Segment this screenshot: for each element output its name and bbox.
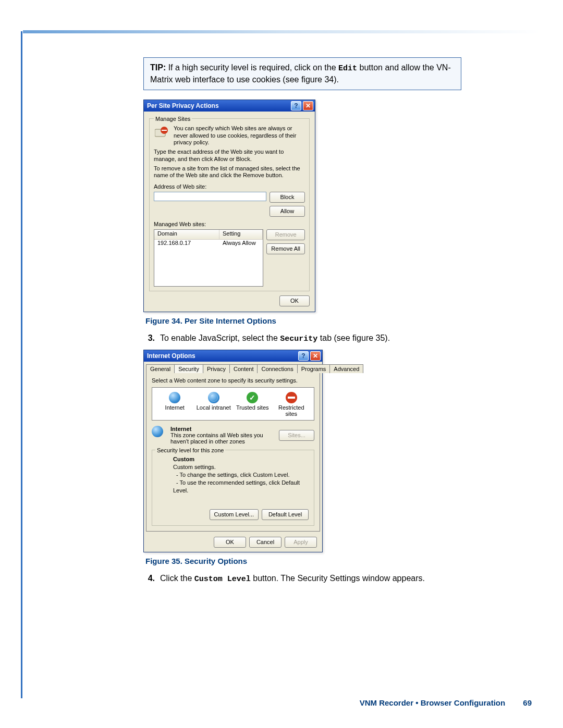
custom-level-button[interactable]: Custom Level... [210,509,259,520]
custom-line2: - To change the settings, click Custom L… [176,472,289,478]
managed-label: Managed Web sites: [154,221,305,228]
step-3-t2: tab (see figure 35). [317,334,390,342]
tab-connections[interactable]: Connections [257,364,297,373]
default-level-button[interactable]: Default Level [262,509,309,520]
intranet-icon [208,392,219,403]
zones-box: Internet Local intranet ✓ Trusted sites [152,387,314,421]
per-site-privacy-dialog: Per Site Privacy Actions ? ✕ Manage Site… [143,100,315,312]
dlg1-ok-button[interactable]: OK [279,295,310,306]
address-label: Address of Web site: [154,183,305,191]
table-row[interactable]: 192.168.0.17 Always Allow [154,240,263,248]
tabs: General Security Privacy Content Connect… [144,362,322,373]
remove-button[interactable]: Remove [266,229,305,240]
page-footer: VNM Recorder • Browser Configuration 69 [360,698,532,707]
step-4: 4. Click the Custom Level button. The Se… [143,573,461,585]
globe-icon [152,426,163,437]
security-tab-panel: Select a Web content zone to specify its… [146,373,320,532]
figure-34-caption: Figure 34. Per Site Internet Options [145,316,461,325]
row-setting: Always Allow [219,240,263,248]
select-zone-text: Select a Web content zone to specify its… [152,377,314,385]
help-icon[interactable]: ? [298,351,309,361]
dlg1-desc2: Type the exact address of the Web site y… [154,149,305,163]
tab-programs[interactable]: Programs [297,364,331,373]
step-3: 3. To enable JavaScript, select the Secu… [143,332,461,344]
stop-icon [286,392,297,403]
dlg2-title: Internet Options [147,352,195,360]
step-3-t1: To enable JavaScript, select the [160,334,280,342]
zone-internet-title: Internet [170,426,191,432]
tab-general[interactable]: General [146,364,175,373]
zone-internet[interactable]: Internet [156,391,193,417]
zone-trusted-sites[interactable]: ✓ Trusted sites [234,391,271,417]
col-domain[interactable]: Domain [154,230,219,239]
step-3-code: Security [280,335,317,343]
row-domain: 192.168.0.17 [154,240,219,248]
tab-advanced[interactable]: Advanced [329,364,363,373]
side-rule [21,31,22,698]
dlg1-title: Per Site Privacy Actions [147,102,219,109]
remove-all-button[interactable]: Remove All [266,243,305,254]
svg-rect-2 [162,130,167,131]
security-level-legend: Security level for this zone [155,447,225,453]
tip-label: TIP: [150,63,166,72]
zone-description-row: Internet This zone contains all Web site… [152,426,314,445]
content-area: TIP: If a high security level is require… [143,57,461,590]
zone-internet-desc: This zone contains all Web sites you hav… [170,432,263,445]
dlg2-cancel-button[interactable]: Cancel [249,537,282,548]
dlg2-ok-button[interactable]: OK [214,537,246,548]
help-icon[interactable]: ? [291,101,301,110]
tip-text-1: If a high security level is required, cl… [168,63,338,72]
dlg1-body: Manage Sites You can specify which Web s… [144,112,315,312]
zone-local-intranet[interactable]: Local intranet [195,391,232,417]
dlg1-titlebar[interactable]: Per Site Privacy Actions ? ✕ [144,100,315,112]
step-4-num: 4. [143,573,155,585]
page-number: 69 [523,698,532,707]
zone-restricted-label: Restricted sites [273,404,310,417]
tip-code-edit: Edit [338,64,357,73]
step-4-t2: button. The Security Settings window app… [251,574,425,583]
check-icon: ✓ [247,392,258,403]
step-4-code: Custom Level [194,575,251,584]
tab-content[interactable]: Content [229,364,258,373]
document-page: TIP: If a high security level is require… [0,0,563,728]
top-rule [23,30,542,33]
custom-title: Custom [173,456,194,462]
footer-text: VNM Recorder • Browser Configuration [360,698,505,707]
dlg2-button-row: OK Cancel Apply [144,534,322,552]
tip-callout: TIP: If a high security level is require… [143,57,461,90]
close-icon[interactable]: ✕ [303,101,313,110]
dlg2-apply-button[interactable]: Apply [285,537,317,548]
dlg1-desc1: You can specify which Web sites are alwa… [174,125,305,146]
block-button[interactable]: Block [270,192,305,203]
zone-trusted-label: Trusted sites [234,404,271,411]
security-level-group: Security level for this zone Custom Cust… [152,450,314,525]
managed-sites-list[interactable]: Domain Setting 192.168.0.17 Always Allow [154,229,263,287]
internet-options-dialog: Internet Options ? ✕ General Security Pr… [143,350,323,552]
address-input[interactable] [154,192,266,201]
dlg1-desc3: To remove a site from the list of manage… [154,165,305,180]
step-4-t1: Click the [160,574,194,583]
tab-security[interactable]: Security [174,364,203,373]
step-3-num: 3. [143,332,155,344]
dlg2-titlebar[interactable]: Internet Options ? ✕ [144,350,322,362]
sites-button[interactable]: Sites... [279,430,314,441]
allow-button[interactable]: Allow [270,206,305,217]
zone-internet-label: Internet [156,404,193,411]
close-icon[interactable]: ✕ [310,351,321,361]
figure-35-caption: Figure 35. Security Options [145,557,461,565]
zone-intranet-label: Local intranet [195,404,232,411]
col-setting[interactable]: Setting [219,230,263,239]
manage-sites-legend: Manage Sites [154,116,192,122]
privacy-icon [154,125,169,139]
manage-sites-group: Manage Sites You can specify which Web s… [149,116,310,291]
list-header: Domain Setting [154,230,263,240]
custom-line1: Custom settings. [173,464,216,470]
zone-restricted-sites[interactable]: Restricted sites [273,391,310,417]
globe-icon [169,392,180,403]
tab-privacy[interactable]: Privacy [203,364,230,373]
custom-line3: - To use the recommended settings, click… [173,479,300,493]
